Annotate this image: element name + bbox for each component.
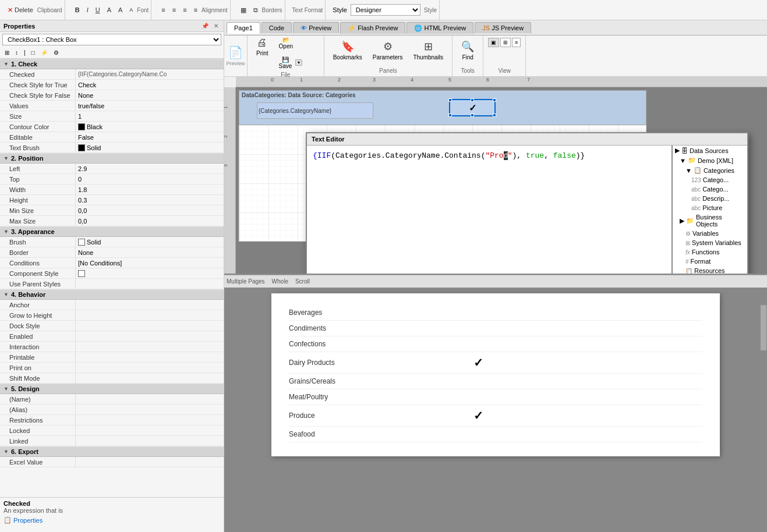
find-button[interactable]: 🔍 Find bbox=[457, 38, 478, 63]
prop-ds-value[interactable] bbox=[76, 321, 224, 331]
single-page-view-btn[interactable]: ▣ bbox=[488, 38, 499, 47]
prop-cc-value[interactable]: Black bbox=[76, 122, 224, 132]
handle-tr[interactable] bbox=[493, 98, 496, 102]
font-color-button[interactable]: A bbox=[104, 5, 114, 15]
ds-datasources[interactable]: ▶ 🗄 Data Sources bbox=[673, 146, 747, 155]
ds-business-objects[interactable]: ▶ 📁 Business Objects bbox=[673, 212, 747, 229]
style-selector[interactable]: Designer bbox=[351, 4, 420, 16]
borders-expand-button[interactable]: ⧉ bbox=[250, 5, 261, 16]
tab-code[interactable]: Code bbox=[261, 22, 292, 33]
prop-sm-value[interactable] bbox=[76, 373, 224, 383]
props-alpha-btn[interactable]: ↕ bbox=[13, 48, 20, 57]
open-button[interactable]: 📂 Open bbox=[275, 34, 297, 52]
prop-ev-value[interactable] bbox=[76, 457, 224, 467]
prop-locked-value[interactable] bbox=[76, 425, 224, 435]
multi-page-view-btn[interactable]: ⊞ bbox=[500, 38, 511, 47]
prop-csf-value[interactable]: None bbox=[76, 90, 224, 100]
props-category-btn[interactable]: ⊞ bbox=[2, 48, 12, 57]
section-design-header[interactable]: ▼ 5. Design bbox=[0, 384, 224, 394]
parameters-button[interactable]: ⚙ Parameters bbox=[369, 38, 407, 63]
prop-name-value[interactable] bbox=[76, 394, 224, 404]
ds-system-variables[interactable]: ⊞ System Variables bbox=[673, 238, 747, 247]
prop-interaction-value[interactable] bbox=[76, 342, 224, 352]
thumbnails-button[interactable]: ⊞ Thumbnails bbox=[409, 38, 447, 63]
align-justify-button[interactable]: ≡ bbox=[191, 5, 200, 15]
section-appearance-header[interactable]: ▼ 3. Appearance bbox=[0, 226, 224, 237]
prop-cond-value[interactable]: [No Conditions] bbox=[76, 258, 224, 268]
section-export-header[interactable]: ▼ 6. Export bbox=[0, 446, 224, 457]
prop-maxsize-value[interactable]: 0,0 bbox=[76, 216, 224, 226]
panel-pin-button[interactable]: 📌 bbox=[200, 22, 210, 30]
ds-catego1[interactable]: 123 Catego... bbox=[673, 175, 747, 185]
prop-anchor-value[interactable] bbox=[76, 300, 224, 310]
prop-compstyle-value[interactable] bbox=[76, 268, 224, 278]
section-position-header[interactable]: ▼ 2. Position bbox=[0, 153, 224, 164]
align-left-button[interactable]: ≡ bbox=[158, 5, 168, 15]
ds-resources[interactable]: 📋 Resources bbox=[673, 266, 747, 275]
tab-html-preview[interactable]: 🌐 HTML Preview bbox=[407, 22, 473, 34]
italic-button[interactable]: I bbox=[84, 5, 91, 15]
prop-left-value[interactable]: 2.9 bbox=[76, 164, 224, 173]
bold-button[interactable]: B bbox=[72, 5, 83, 15]
handle-tl[interactable] bbox=[448, 98, 452, 102]
font-size-up-button[interactable]: A bbox=[115, 5, 125, 15]
props-lightning-btn[interactable]: ⚡ bbox=[38, 48, 50, 57]
underline-button[interactable]: U bbox=[93, 5, 103, 15]
prop-height-value[interactable]: 0.3 bbox=[76, 195, 224, 205]
handle-tc[interactable] bbox=[471, 98, 474, 102]
text-editor-body[interactable]: {IIF(Categories.CategoryName.Contains("P… bbox=[307, 146, 671, 275]
component-selector[interactable]: CheckBox1 : Check Box bbox=[2, 34, 221, 45]
prop-top-value[interactable]: 0 bbox=[76, 174, 224, 184]
font-size-down-button[interactable]: A bbox=[126, 5, 136, 15]
save-dropdown-button[interactable]: ▾ bbox=[295, 59, 302, 66]
save-button[interactable]: 💾 Save bbox=[275, 54, 296, 72]
prop-printable-value[interactable] bbox=[76, 352, 224, 362]
handle-bc[interactable] bbox=[471, 114, 474, 117]
handle-bl[interactable] bbox=[448, 114, 452, 117]
tab-page1[interactable]: Page1 bbox=[227, 22, 260, 34]
delete-button[interactable]: ✕ Delete bbox=[5, 5, 36, 16]
section-check-header[interactable]: ▼ 1. Check bbox=[0, 59, 224, 69]
prop-ups-value[interactable] bbox=[76, 279, 224, 289]
props-square-btn[interactable]: □ bbox=[29, 48, 37, 57]
category-name-field[interactable]: {Categories.CategoryName} bbox=[257, 102, 373, 119]
prop-linked-value[interactable] bbox=[76, 436, 224, 446]
props-gear-btn[interactable]: ⚙ bbox=[51, 48, 61, 57]
print-button[interactable]: 🖨 Print bbox=[252, 34, 273, 59]
prop-restrictions-value[interactable] bbox=[76, 415, 224, 425]
prop-tb-value[interactable]: Solid bbox=[76, 143, 224, 152]
tab-js-preview[interactable]: JS JS Preview bbox=[475, 22, 531, 33]
ds-catego2[interactable]: abc Catego... bbox=[673, 185, 747, 194]
ds-functions[interactable]: fx Functions bbox=[673, 247, 747, 257]
prop-alias-value[interactable] bbox=[76, 405, 224, 414]
prop-values-value[interactable]: true/false bbox=[76, 101, 224, 111]
prop-minsize-value[interactable]: 0,0 bbox=[76, 205, 224, 215]
prop-brush-value[interactable]: Solid bbox=[76, 237, 224, 247]
prop-size-value[interactable]: 1 bbox=[76, 111, 224, 121]
handle-br[interactable] bbox=[493, 114, 496, 117]
tab-flash-preview[interactable]: ⚡ Flash Preview bbox=[340, 22, 405, 34]
prop-cst-value[interactable]: Check bbox=[76, 80, 224, 90]
tab-preview[interactable]: 👁 Preview bbox=[293, 22, 339, 33]
ds-picture[interactable]: abc Picture bbox=[673, 203, 747, 212]
checkbox-element[interactable]: ✓ bbox=[449, 99, 496, 116]
continuous-view-btn[interactable]: ≡ bbox=[512, 38, 521, 47]
ds-categories[interactable]: ▼ 📋 Categories bbox=[673, 165, 747, 175]
prop-edit-value[interactable]: False bbox=[76, 132, 224, 142]
prop-width-value[interactable]: 1.8 bbox=[76, 185, 224, 194]
preview-scroll[interactable]: Beverages Condiments Confections Da bbox=[224, 288, 767, 532]
align-right-button[interactable]: ≡ bbox=[180, 5, 189, 15]
scroll-thumb[interactable] bbox=[760, 304, 767, 351]
bookmarks-button[interactable]: 🔖 Bookmarks bbox=[329, 38, 366, 63]
prop-gh-value[interactable] bbox=[76, 310, 224, 320]
section-behavior-header[interactable]: ▼ 4. Behavior bbox=[0, 289, 224, 300]
panel-close-button[interactable]: ✕ bbox=[212, 22, 220, 30]
ds-format[interactable]: # Format bbox=[673, 257, 747, 266]
ds-demo-xml[interactable]: ▼ 📁 Demo [XML] bbox=[673, 155, 747, 165]
prop-checked-value[interactable]: {IIF(Categories.CategoryName.Co bbox=[76, 69, 224, 79]
ds-variables[interactable]: ⚙ Variables bbox=[673, 229, 747, 238]
prop-enabled-value[interactable] bbox=[76, 331, 224, 341]
properties-link-button[interactable]: 📋 Properties bbox=[3, 516, 43, 524]
ds-descrip[interactable]: abc Descrip... bbox=[673, 194, 747, 203]
prop-po-value[interactable] bbox=[76, 363, 224, 373]
